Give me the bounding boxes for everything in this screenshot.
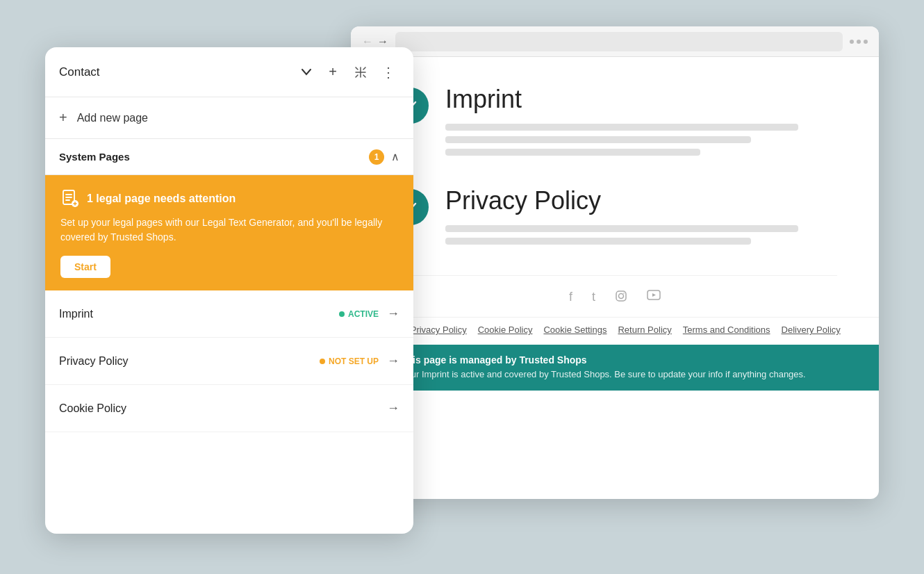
add-page-label: Add new page <box>77 112 148 124</box>
imprint-content: Imprint <box>445 85 837 161</box>
browser-nav: ← → <box>362 35 388 48</box>
alert-doc-icon <box>60 189 80 208</box>
imprint-status: ACTIVE <box>339 309 379 319</box>
svg-point-4 <box>623 293 625 294</box>
move-icon[interactable] <box>349 61 372 83</box>
footer-link-cookie-policy[interactable]: Cookie Policy <box>478 325 533 335</box>
svg-point-3 <box>619 294 624 299</box>
right-panel: ← → Imprint <box>351 26 879 499</box>
imprint-section: Imprint <box>393 85 837 161</box>
panel-title: Contact <box>59 65 291 79</box>
panel-header: Contact + ⋮ <box>45 47 413 97</box>
twitter-icon[interactable]: t <box>592 290 595 306</box>
browser-menu-dots[interactable] <box>850 40 868 44</box>
chevron-up-icon[interactable]: ∧ <box>391 150 399 163</box>
teal-bar-content: This page is managed by Trusted Shops Yo… <box>401 354 806 381</box>
arrow-right-icon: → <box>387 306 399 321</box>
dot3 <box>864 40 868 44</box>
add-page-row[interactable]: + Add new page <box>45 97 413 139</box>
more-icon[interactable]: ⋮ <box>377 61 399 83</box>
browser-chrome: ← → <box>351 26 879 57</box>
system-pages-badge: 1 <box>369 149 384 165</box>
teal-notification-bar: This page is managed by Trusted Shops Yo… <box>351 345 879 391</box>
list-item-privacy-policy[interactable]: Privacy Policy NOT SET UP → <box>45 338 413 385</box>
arrow-right-icon: → <box>387 401 399 416</box>
instagram-icon[interactable] <box>615 290 627 306</box>
content-line <box>445 136 751 143</box>
content-line <box>445 225 798 232</box>
list-item-cookie-policy[interactable]: Cookie Policy → <box>45 385 413 432</box>
footer-link-delivery-policy[interactable]: Delivery Policy <box>782 325 841 335</box>
content-line <box>445 149 700 156</box>
privacy-policy-label: Privacy Policy <box>59 355 320 368</box>
dot1 <box>850 40 854 44</box>
privacy-policy-status: NOT SET UP <box>320 356 379 366</box>
footer-links: Imprint Privacy Policy Cookie Policy Coo… <box>351 317 879 345</box>
arrow-right-icon: → <box>387 354 399 368</box>
privacy-title: Privacy Policy <box>445 186 837 215</box>
add-page-icon[interactable]: + <box>322 61 344 83</box>
content-line <box>445 238 751 245</box>
system-pages-title: System Pages <box>59 151 369 163</box>
back-arrow-icon[interactable]: ← <box>362 35 373 48</box>
imprint-title: Imprint <box>445 85 837 114</box>
teal-bar-body: Your Imprint is active and covered by Tr… <box>401 368 806 381</box>
footer-link-terms-conditions[interactable]: Terms and Conditions <box>683 325 770 335</box>
privacy-content: Privacy Policy <box>445 186 837 250</box>
footer-link-cookie-settings[interactable]: Cookie Settings <box>543 325 607 335</box>
dropdown-button[interactable] <box>297 63 316 82</box>
status-dot-notset <box>320 359 325 364</box>
start-button[interactable]: Start <box>60 256 110 278</box>
forward-arrow-icon[interactable]: → <box>377 35 388 48</box>
content-line <box>445 124 798 131</box>
alert-title: 1 legal page needs attention <box>87 192 236 205</box>
list-item-imprint[interactable]: Imprint ACTIVE → <box>45 290 413 338</box>
imprint-label: Imprint <box>59 308 339 320</box>
social-icons: f t <box>393 275 837 317</box>
alert-title-row: 1 legal page needs attention <box>60 189 398 208</box>
alert-banner: 1 legal page needs attention Set up your… <box>45 175 413 290</box>
left-panel: Contact + ⋮ + Add new page System Pages … <box>45 47 413 534</box>
privacy-policy-section: Privacy Policy <box>393 186 837 250</box>
facebook-icon[interactable]: f <box>569 290 572 306</box>
teal-bar-title: This page is managed by Trusted Shops <box>401 354 806 366</box>
browser-content: Imprint Privacy Policy <box>351 57 879 317</box>
dot2 <box>857 40 861 44</box>
status-dot-active <box>339 311 345 317</box>
alert-body: Set up your legal pages with our Legal T… <box>60 215 398 245</box>
url-bar[interactable] <box>395 32 843 51</box>
youtube-icon[interactable] <box>647 290 661 306</box>
footer-link-return-policy[interactable]: Return Policy <box>618 325 671 335</box>
footer-link-privacy-policy[interactable]: Privacy Policy <box>411 325 467 335</box>
system-pages-header: System Pages 1 ∧ <box>45 139 413 175</box>
svg-rect-2 <box>616 291 626 301</box>
cookie-policy-label: Cookie Policy <box>59 402 387 415</box>
